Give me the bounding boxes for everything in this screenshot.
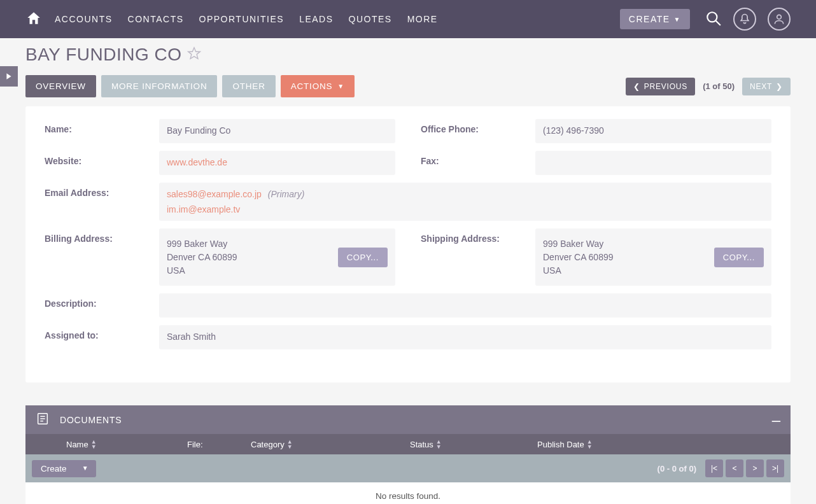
description-value[interactable] bbox=[159, 293, 771, 318]
assigned-value[interactable]: Sarah Smith bbox=[159, 325, 771, 349]
sort-icon: ▲▼ bbox=[587, 439, 593, 449]
document-icon bbox=[36, 412, 50, 428]
nav-accounts[interactable]: ACCOUNTS bbox=[55, 14, 113, 24]
sort-icon: ▲▼ bbox=[91, 439, 97, 449]
sidebar-expand-handle[interactable] bbox=[0, 66, 18, 87]
office-phone-value[interactable]: (123) 496-7390 bbox=[535, 119, 771, 143]
create-button[interactable]: CREATE ▼ bbox=[620, 9, 690, 29]
field-name: Name: Bay Funding Co bbox=[45, 119, 395, 143]
website-value[interactable]: www.devthe.de bbox=[159, 151, 395, 175]
website-label: Website: bbox=[45, 151, 159, 166]
shipping-value[interactable]: 999 Baker Way Denver CA 60899 USA COPY..… bbox=[535, 228, 771, 286]
shipping-line2: Denver CA 60899 bbox=[543, 251, 708, 264]
documents-subpanel: DOCUMENTS – Name▲▼ File: Category▲▼ Stat… bbox=[25, 405, 791, 504]
favorite-star-icon[interactable] bbox=[187, 45, 201, 65]
billing-label: Billing Address: bbox=[45, 228, 159, 244]
description-label: Description: bbox=[45, 293, 159, 309]
sort-icon: ▲▼ bbox=[287, 439, 293, 449]
tab-actions-label: ACTIONS bbox=[291, 81, 333, 91]
sort-icon: ▲▼ bbox=[436, 439, 442, 449]
next-button[interactable]: NEXT ❯ bbox=[742, 78, 791, 95]
nav-quotes[interactable]: QUOTES bbox=[349, 14, 392, 24]
page-last-button[interactable]: >| bbox=[766, 459, 784, 477]
tabs: OVERVIEW MORE INFORMATION OTHER ACTIONS … bbox=[25, 75, 355, 97]
email-secondary-link[interactable]: im.im@example.tv bbox=[167, 204, 240, 214]
nav-icons bbox=[705, 8, 791, 31]
copy-shipping-button[interactable]: COPY... bbox=[714, 248, 764, 267]
field-shipping-address: Shipping Address: 999 Baker Way Denver C… bbox=[421, 228, 771, 286]
svg-point-0 bbox=[707, 12, 717, 22]
col-category[interactable]: Category▲▼ bbox=[251, 439, 410, 449]
caret-down-icon: ▼ bbox=[674, 16, 681, 23]
documents-header: DOCUMENTS – bbox=[25, 405, 791, 434]
home-icon[interactable] bbox=[25, 10, 42, 29]
previous-button[interactable]: ❮ PREVIOUS bbox=[626, 78, 695, 95]
fax-label: Fax: bbox=[421, 151, 535, 166]
nav-items: ACCOUNTS CONTACTS OPPORTUNITIES LEADS QU… bbox=[55, 14, 620, 24]
nav-leads[interactable]: LEADS bbox=[299, 14, 333, 24]
col-status[interactable]: Status▲▼ bbox=[410, 439, 537, 449]
notifications-icon[interactable] bbox=[733, 8, 756, 31]
top-nav: ACCOUNTS CONTACTS OPPORTUNITIES LEADS QU… bbox=[0, 0, 816, 38]
svg-line-1 bbox=[715, 20, 721, 25]
tab-row: OVERVIEW MORE INFORMATION OTHER ACTIONS … bbox=[25, 75, 791, 97]
documents-toolbar: Create (0 - 0 of 0) |< < > >| bbox=[25, 454, 791, 482]
detail-panel: Name: Bay Funding Co Office Phone: (123)… bbox=[25, 106, 791, 382]
shipping-label: Shipping Address: bbox=[421, 228, 535, 244]
billing-value[interactable]: 999 Baker Way Denver CA 60899 USA COPY..… bbox=[159, 228, 395, 286]
email-primary-tag: (Primary) bbox=[268, 189, 305, 199]
svg-marker-4 bbox=[6, 73, 11, 80]
page-title: BAY FUNDING CO bbox=[25, 45, 791, 65]
documents-title: DOCUMENTS bbox=[60, 415, 122, 425]
name-value[interactable]: Bay Funding Co bbox=[159, 119, 395, 143]
website-link[interactable]: www.devthe.de bbox=[167, 157, 227, 167]
fax-value[interactable] bbox=[535, 151, 771, 175]
nav-more[interactable]: MORE bbox=[407, 14, 438, 24]
tab-overview[interactable]: OVERVIEW bbox=[25, 75, 96, 97]
field-description: Description: bbox=[45, 293, 771, 318]
create-label: CREATE bbox=[629, 14, 670, 24]
col-publish-date[interactable]: Publish Date▲▼ bbox=[537, 439, 780, 449]
field-assigned-to: Assigned to: Sarah Smith bbox=[45, 325, 771, 349]
chevron-right-icon: ❯ bbox=[776, 82, 783, 91]
svg-point-2 bbox=[777, 15, 782, 19]
field-fax: Fax: bbox=[421, 151, 771, 175]
billing-line1: 999 Baker Way bbox=[167, 237, 332, 251]
tab-more-information[interactable]: MORE INFORMATION bbox=[101, 75, 218, 97]
pager-status: (1 of 50) bbox=[703, 81, 735, 91]
next-label: NEXT bbox=[750, 82, 772, 91]
nav-contacts[interactable]: CONTACTS bbox=[128, 14, 184, 24]
field-website: Website: www.devthe.de bbox=[45, 151, 395, 175]
col-name[interactable]: Name▲▼ bbox=[66, 439, 187, 449]
page-first-button[interactable]: |< bbox=[705, 459, 723, 477]
documents-create-button[interactable]: Create bbox=[32, 460, 96, 477]
email-value[interactable]: sales98@example.co.jp (Primary) im.im@ex… bbox=[159, 183, 771, 221]
search-icon[interactable] bbox=[705, 10, 722, 29]
documents-page-info: (0 - 0 of 0) bbox=[658, 464, 696, 473]
documents-no-results: No results found. bbox=[25, 482, 791, 504]
email-primary-link[interactable]: sales98@example.co.jp bbox=[167, 189, 262, 199]
caret-down-icon: ▼ bbox=[337, 83, 344, 90]
page-next-button[interactable]: > bbox=[746, 459, 764, 477]
nav-opportunities[interactable]: OPPORTUNITIES bbox=[199, 14, 285, 24]
page-prev-button[interactable]: < bbox=[726, 459, 743, 477]
page-title-text: BAY FUNDING CO bbox=[25, 45, 182, 65]
field-billing-address: Billing Address: 999 Baker Way Denver CA… bbox=[45, 228, 395, 286]
copy-billing-button[interactable]: COPY... bbox=[338, 248, 388, 267]
assigned-label: Assigned to: bbox=[45, 325, 159, 340]
documents-table-header: Name▲▼ File: Category▲▼ Status▲▼ Publish… bbox=[25, 434, 791, 454]
user-icon[interactable] bbox=[768, 8, 791, 31]
previous-label: PREVIOUS bbox=[644, 82, 687, 91]
pager: ❮ PREVIOUS (1 of 50) NEXT ❯ bbox=[626, 78, 791, 95]
col-file[interactable]: File: bbox=[187, 439, 251, 449]
tab-actions[interactable]: ACTIONS ▼ bbox=[281, 75, 355, 97]
collapse-icon[interactable]: – bbox=[772, 416, 780, 424]
shipping-line1: 999 Baker Way bbox=[543, 237, 708, 251]
name-label: Name: bbox=[45, 119, 159, 134]
billing-line2: Denver CA 60899 bbox=[167, 251, 332, 264]
billing-line3: USA bbox=[167, 264, 332, 277]
tab-other[interactable]: OTHER bbox=[222, 75, 275, 97]
office-phone-label: Office Phone: bbox=[421, 119, 535, 134]
svg-marker-3 bbox=[188, 48, 199, 59]
field-office-phone: Office Phone: (123) 496-7390 bbox=[421, 119, 771, 143]
